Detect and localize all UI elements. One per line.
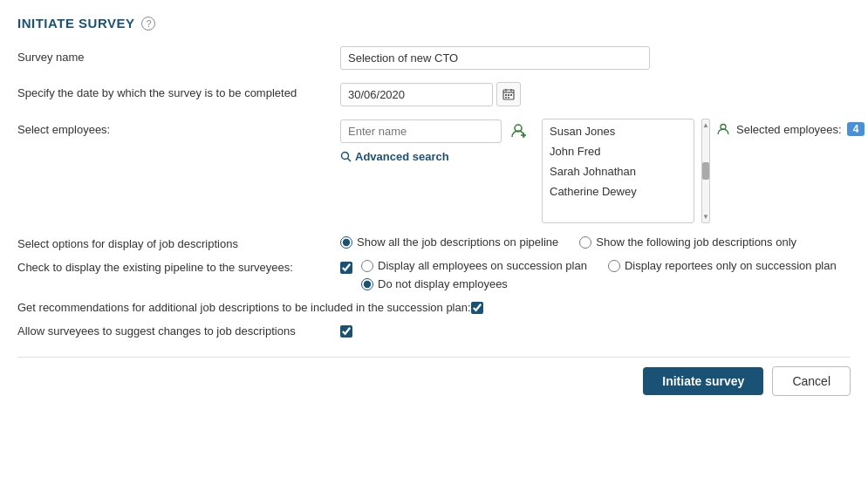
pipeline-col-right: Display reportees only on succession pla… [608, 259, 837, 290]
pipeline-option-none[interactable]: Do not display employees [361, 277, 587, 290]
footer-row: Initiate survey Cancel [17, 357, 851, 396]
pipeline-options: Display all employees on succession plan… [361, 259, 837, 290]
recommendations-label: Get recommendations for additional job d… [17, 299, 471, 314]
list-item[interactable]: John Fred [543, 141, 694, 161]
selected-employees-count: 4 [847, 122, 865, 136]
date-wrapper [340, 82, 521, 106]
pipeline-reportees-label: Display reportees only on succession pla… [625, 259, 837, 272]
pipeline-all-label: Display all employees on succession plan [378, 259, 587, 272]
list-item[interactable]: Sarah Johnathan [543, 161, 694, 181]
job-desc-following-label: Show the following job descriptions only [596, 235, 796, 249]
pipeline-option-row: Display all employees on succession plan… [361, 259, 837, 290]
recommendations-row: Get recommendations for additional job d… [17, 299, 851, 314]
svg-line-13 [348, 159, 352, 162]
scroll-down-arrow[interactable]: ▼ [702, 213, 709, 221]
selected-employees-badge: Selected employees: 4 [717, 119, 865, 136]
date-input[interactable] [340, 83, 493, 106]
page-title-row: INITIATE SURVEY ? [17, 16, 851, 31]
job-descriptions-label: Select options for display of job descri… [17, 235, 340, 250]
pipeline-option-all[interactable]: Display all employees on succession plan [361, 259, 587, 272]
display-pipeline-row: Check to display the existing pipeline t… [17, 259, 851, 290]
employees-row: Select employees: [17, 119, 851, 223]
pipeline-option-reportees[interactable]: Display reportees only on succession pla… [608, 259, 837, 272]
svg-rect-4 [505, 94, 507, 96]
allow-suggest-label: Allow surveyees to suggest changes to jo… [17, 323, 340, 338]
pipeline-radio-all[interactable] [361, 260, 373, 272]
svg-rect-5 [508, 94, 509, 96]
svg-rect-8 [508, 97, 509, 99]
job-desc-all-label: Show all the job descriptions on pipelin… [357, 235, 558, 249]
pipeline-radio-none[interactable] [361, 278, 373, 290]
date-row: Specify the date by which the survey is … [17, 82, 851, 106]
job-desc-option-all[interactable]: Show all the job descriptions on pipelin… [340, 235, 558, 249]
date-label: Specify the date by which the survey is … [17, 82, 340, 99]
list-item[interactable]: Catherine Dewey [543, 181, 694, 201]
employee-name-input[interactable] [340, 119, 502, 143]
svg-rect-7 [505, 97, 507, 99]
survey-name-row: Survey name [17, 46, 851, 70]
allow-suggest-row: Allow surveyees to suggest changes to jo… [17, 323, 851, 338]
add-employee-button[interactable] [507, 119, 531, 143]
scrollbar-thumb[interactable] [702, 162, 709, 180]
job-desc-option-following[interactable]: Show the following job descriptions only [579, 235, 796, 249]
pipeline-col-left: Display all employees on succession plan… [361, 259, 587, 290]
employees-listbox[interactable]: Susan Jones John Fred Sarah Johnathan Ca… [542, 119, 694, 223]
job-desc-radio-all[interactable] [340, 236, 352, 249]
cancel-button[interactable]: Cancel [772, 366, 851, 396]
help-icon[interactable]: ? [141, 17, 155, 31]
calendar-icon[interactable] [496, 82, 521, 106]
advanced-search-label: Advanced search [355, 150, 449, 163]
pipeline-none-label: Do not display employees [378, 277, 508, 290]
recommendations-checkbox[interactable] [471, 302, 483, 314]
employees-input-row [340, 119, 531, 143]
allow-suggest-checkbox[interactable] [340, 325, 352, 338]
selected-employees-text: Selected employees: [736, 123, 842, 136]
job-desc-radio-following[interactable] [579, 236, 591, 249]
job-descriptions-options: Show all the job descriptions on pipelin… [340, 235, 796, 249]
employees-section: Advanced search [340, 119, 531, 165]
display-pipeline-label: Check to display the existing pipeline t… [17, 259, 340, 274]
job-descriptions-row: Select options for display of job descri… [17, 235, 851, 250]
scroll-up-arrow[interactable]: ▲ [702, 121, 709, 129]
advanced-search-button[interactable]: Advanced search [340, 148, 531, 165]
initiate-survey-button[interactable]: Initiate survey [643, 367, 763, 395]
pipeline-radio-reportees[interactable] [608, 260, 620, 272]
svg-point-12 [342, 153, 349, 160]
display-pipeline-checkbox[interactable] [340, 262, 352, 274]
employees-label: Select employees: [17, 119, 340, 136]
list-item[interactable]: Susan Jones [543, 121, 694, 141]
survey-name-label: Survey name [17, 46, 340, 64]
svg-rect-6 [510, 94, 512, 96]
page-container: INITIATE SURVEY ? Survey name Specify th… [17, 16, 851, 396]
employees-list-container: Susan Jones John Fred Sarah Johnathan Ca… [542, 119, 865, 223]
survey-name-input[interactable] [340, 46, 650, 70]
listbox-scrollbar[interactable]: ▲ ▼ [701, 119, 710, 223]
page-title: INITIATE SURVEY [17, 16, 134, 31]
